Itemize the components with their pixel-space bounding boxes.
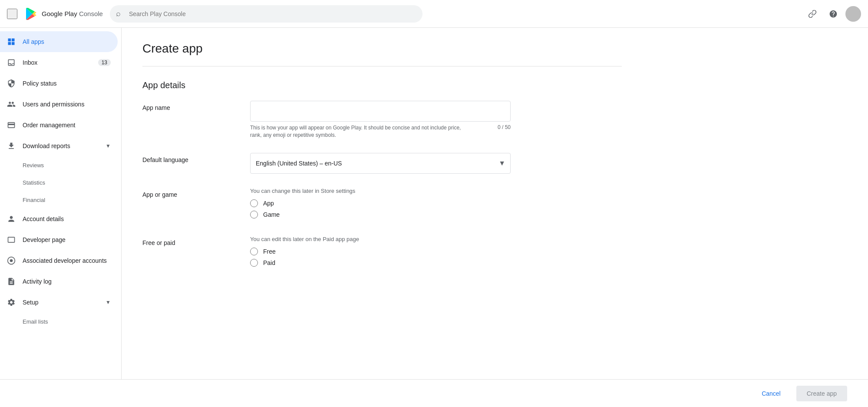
link-icon-button[interactable]	[804, 5, 821, 23]
person-icon	[7, 215, 16, 223]
create-app-button[interactable]: Create app	[796, 386, 847, 401]
document-icon	[7, 277, 16, 286]
sidebar-policy-label: Policy status	[23, 80, 111, 87]
header-actions	[804, 5, 861, 23]
free-or-paid-row: Free or paid You can edit this later on …	[142, 236, 622, 270]
sidebar-activity-label: Activity log	[23, 278, 111, 285]
sidebar-email-lists-label: Email lists	[23, 318, 48, 325]
app-or-game-row: App or game You can change this later in…	[142, 188, 622, 222]
sidebar-users-label: Users and permissions	[23, 101, 111, 108]
app-name-hint-row: This is how your app will appear on Goog…	[250, 124, 511, 139]
download-chevron-icon: ▼	[106, 143, 111, 149]
free-radio-label: Free	[263, 248, 276, 255]
sidebar-statistics-label: Statistics	[23, 179, 45, 186]
inbox-icon	[7, 58, 16, 67]
sidebar-associated-label: Associated developer accounts	[23, 257, 111, 264]
sidebar-item-statistics[interactable]: Statistics	[0, 174, 121, 191]
credit-card-icon	[7, 121, 16, 129]
sidebar-item-order-management[interactable]: Order management	[0, 115, 118, 136]
sidebar-all-apps-label: All apps	[23, 38, 111, 45]
help-icon-button[interactable]	[825, 5, 842, 23]
layout: All apps Inbox 13 Policy status Users an…	[0, 28, 868, 379]
default-language-label: Default language	[142, 153, 229, 163]
sidebar: All apps Inbox 13 Policy status Users an…	[0, 28, 122, 379]
cancel-button[interactable]: Cancel	[751, 386, 791, 401]
sidebar-item-associated-dev[interactable]: Associated developer accounts	[0, 250, 118, 271]
gear-icon	[7, 298, 16, 307]
sidebar-item-email-lists[interactable]: Email lists	[0, 313, 121, 330]
sidebar-item-policy-status[interactable]: Policy status	[0, 73, 118, 94]
language-select[interactable]: English (United States) – en-US Spanish …	[250, 153, 511, 174]
person-group-icon	[7, 100, 16, 109]
setup-chevron-icon: ▼	[106, 299, 111, 305]
app-name-label: App name	[142, 101, 229, 111]
app-name-hint-text: This is how your app will appear on Goog…	[250, 124, 467, 139]
footer: Cancel Create app	[0, 379, 868, 407]
paid-radio-label: Paid	[263, 259, 275, 266]
free-or-paid-hint: You can edit this later on the Paid app …	[250, 236, 511, 242]
download-icon	[7, 142, 16, 150]
free-or-paid-label: Free or paid	[142, 236, 229, 246]
page-divider	[142, 66, 622, 66]
sidebar-item-developer-page[interactable]: Developer page	[0, 229, 118, 250]
search-icon: ⌕	[116, 9, 121, 18]
search-bar: ⌕	[110, 5, 422, 23]
sidebar-item-all-apps[interactable]: All apps	[0, 31, 118, 52]
sidebar-item-reviews[interactable]: Reviews	[0, 156, 121, 174]
app-or-game-label: App or game	[142, 188, 229, 198]
sidebar-account-label: Account details	[23, 215, 111, 222]
link-icon	[808, 10, 817, 18]
app-or-game-hint: You can change this later in Store setti…	[250, 188, 511, 194]
sidebar-inbox-label: Inbox	[23, 59, 91, 66]
app-name-count: 0 / 50	[498, 124, 511, 139]
default-language-row: Default language English (United States)…	[142, 153, 622, 174]
avatar[interactable]	[845, 6, 861, 22]
logo-text: Google Play Console	[42, 10, 103, 17]
header-logo[interactable]: Google Play Console	[24, 7, 103, 21]
card-icon	[7, 235, 16, 244]
game-radio-input[interactable]	[250, 211, 258, 218]
sidebar-financial-label: Financial	[23, 197, 45, 203]
free-radio-option[interactable]: Free	[250, 248, 511, 255]
app-name-field: This is how your app will appear on Goog…	[250, 101, 511, 139]
svg-point-1	[10, 259, 13, 262]
sidebar-developer-label: Developer page	[23, 236, 111, 243]
sidebar-reviews-label: Reviews	[23, 162, 44, 169]
app-radio-option[interactable]: App	[250, 199, 511, 207]
paid-radio-option[interactable]: Paid	[250, 259, 511, 267]
sidebar-item-inbox[interactable]: Inbox 13	[0, 52, 118, 73]
grid-icon	[7, 37, 16, 46]
search-input[interactable]	[110, 5, 422, 23]
sidebar-item-download-reports[interactable]: Download reports ▼	[0, 136, 118, 156]
section-title: App details	[142, 80, 622, 90]
app-radio-label: App	[263, 200, 274, 207]
page-title: Create app	[142, 42, 622, 56]
app-name-row: App name This is how your app will appea…	[142, 101, 622, 139]
target-icon	[7, 256, 16, 265]
sidebar-order-label: Order management	[23, 122, 111, 129]
game-radio-label: Game	[263, 211, 280, 218]
menu-icon[interactable]	[7, 9, 17, 19]
app-name-input[interactable]	[250, 101, 511, 122]
shield-icon	[7, 79, 16, 88]
sidebar-item-setup[interactable]: Setup ▼	[0, 292, 118, 313]
language-select-wrapper: English (United States) – en-US Spanish …	[250, 153, 511, 174]
inbox-badge: 13	[98, 59, 111, 66]
paid-radio-input[interactable]	[250, 259, 258, 267]
game-radio-option[interactable]: Game	[250, 211, 511, 218]
sidebar-setup-label: Setup	[23, 299, 99, 306]
app-radio-input[interactable]	[250, 199, 258, 207]
help-icon	[829, 10, 838, 18]
sidebar-item-financial[interactable]: Financial	[0, 191, 121, 208]
free-or-paid-field: You can edit this later on the Paid app …	[250, 236, 511, 270]
sidebar-item-users-permissions[interactable]: Users and permissions	[0, 94, 118, 115]
default-language-field: English (United States) – en-US Spanish …	[250, 153, 511, 174]
sidebar-download-label: Download reports	[23, 142, 99, 149]
app-or-game-field: You can change this later in Store setti…	[250, 188, 511, 222]
sidebar-item-account-details[interactable]: Account details	[0, 208, 118, 229]
header: Google Play Console ⌕	[0, 0, 868, 28]
sidebar-item-activity-log[interactable]: Activity log	[0, 271, 118, 292]
main-content: Create app App details App name This is …	[122, 28, 868, 379]
google-play-logo-icon	[24, 7, 38, 21]
free-radio-input[interactable]	[250, 248, 258, 255]
